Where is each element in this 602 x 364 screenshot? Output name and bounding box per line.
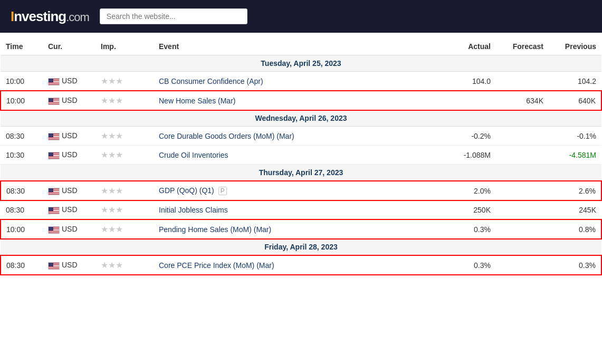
table-row[interactable]: 08:30USD★★★Initial Jobless Claims250K245…: [1, 200, 601, 220]
cell-currency: USD: [43, 200, 95, 220]
cell-currency: USD: [43, 72, 95, 91]
table-header: Time Cur. Imp. Event Actual Forecast Pre…: [1, 38, 601, 55]
cell-importance: ★★★: [95, 200, 154, 220]
cell-time: 10:00: [1, 219, 43, 239]
star-icon: ★: [101, 186, 108, 195]
cell-time: 10:00: [1, 72, 43, 91]
cell-currency: USD: [43, 181, 95, 200]
cell-forecast: [496, 181, 549, 200]
star-icon: ★: [101, 76, 108, 85]
table-row[interactable]: 10:00USD★★★CB Consumer Confidence (Apr)1…: [1, 72, 601, 91]
logo: Investing.com: [11, 8, 89, 25]
star-icon: ★: [108, 186, 116, 195]
cell-event: Crude Oil Inventories: [154, 146, 443, 165]
us-flag-icon: [48, 98, 60, 105]
us-flag-icon: [48, 133, 60, 140]
cell-currency: USD: [43, 146, 95, 165]
col-previous: Previous: [549, 38, 601, 55]
cell-forecast: 634K: [496, 91, 549, 110]
star-icon: ★: [108, 131, 116, 140]
currency-label: USD: [62, 225, 78, 233]
star-icon: ★: [116, 205, 123, 214]
star-icon: ★: [101, 205, 108, 214]
col-forecast: Forecast: [496, 38, 549, 55]
cell-time: 08:30: [1, 200, 43, 220]
currency-label: USD: [62, 76, 78, 85]
cell-time: 08:30: [1, 255, 43, 275]
table-row[interactable]: 10:30USD★★★Crude Oil Inventories-1.088M-…: [1, 146, 601, 165]
cell-actual: [443, 91, 496, 110]
currency-label: USD: [62, 261, 78, 269]
economic-calendar-table: Time Cur. Imp. Event Actual Forecast Pre…: [0, 33, 602, 280]
cell-event: CB Consumer Confidence (Apr): [154, 72, 443, 91]
cell-actual: 104.0: [443, 72, 496, 91]
cell-event: Core PCE Price Index (MoM) (Mar): [154, 255, 443, 275]
us-flag-icon: [48, 78, 60, 85]
cell-time: 08:30: [1, 127, 43, 146]
cell-importance: ★★★: [95, 72, 154, 91]
cell-forecast: [496, 219, 549, 239]
cell-forecast: [496, 200, 549, 220]
table-row[interactable]: 08:30USD★★★GDP (QoQ) (Q1) P2.0%2.6%: [1, 181, 601, 200]
cell-actual: 0.3%: [443, 255, 496, 275]
cell-event: GDP (QoQ) (Q1) P: [154, 181, 443, 200]
cell-importance: ★★★: [95, 219, 154, 239]
cell-actual: 250K: [443, 200, 496, 220]
cell-forecast: [496, 127, 549, 146]
star-icon: ★: [116, 261, 123, 270]
col-currency: Cur.: [43, 38, 95, 55]
currency-label: USD: [62, 150, 78, 159]
cell-event: Initial Jobless Claims: [154, 200, 443, 220]
cell-time: 10:30: [1, 146, 43, 165]
currency-label: USD: [62, 205, 78, 214]
star-icon: ★: [116, 131, 123, 140]
star-icon: ★: [116, 96, 123, 105]
day-header-row: Wednesday, April 26, 2023: [1, 110, 601, 127]
us-flag-icon: [48, 152, 60, 159]
currency-label: USD: [62, 96, 78, 104]
cell-currency: USD: [43, 91, 95, 110]
cell-currency: USD: [43, 255, 95, 275]
cell-importance: ★★★: [95, 181, 154, 200]
col-time: Time: [1, 38, 43, 55]
cell-currency: USD: [43, 219, 95, 239]
star-icon: ★: [101, 261, 108, 270]
table-row[interactable]: 08:30USD★★★Core Durable Goods Orders (Mo…: [1, 127, 601, 146]
cell-currency: USD: [43, 127, 95, 146]
star-icon: ★: [116, 225, 123, 234]
cell-forecast: [496, 72, 549, 91]
star-icon: ★: [108, 96, 116, 105]
header: Investing.com: [0, 0, 602, 33]
table-row[interactable]: 10:00USD★★★Pending Home Sales (MoM) (Mar…: [1, 219, 601, 239]
star-icon: ★: [108, 261, 116, 270]
star-icon: ★: [108, 205, 116, 214]
cell-previous: -0.1%: [549, 127, 601, 146]
us-flag-icon: [48, 226, 60, 234]
cell-event: New Home Sales (Mar): [154, 91, 443, 110]
currency-label: USD: [62, 131, 78, 140]
cell-importance: ★★★: [95, 255, 154, 275]
star-icon: ★: [116, 76, 123, 85]
cell-previous: 0.8%: [549, 219, 601, 239]
cell-time: 10:00: [1, 91, 43, 110]
cell-actual: 0.3%: [443, 219, 496, 239]
currency-label: USD: [62, 186, 78, 195]
star-icon: ★: [108, 225, 116, 234]
us-flag-icon: [48, 262, 60, 270]
cell-previous: 2.6%: [549, 181, 601, 200]
day-header-row: Tuesday, April 25, 2023: [1, 55, 601, 72]
cell-previous: 104.2: [549, 72, 601, 91]
day-header-row: Friday, April 28, 2023: [1, 239, 601, 256]
cell-previous: 0.3%: [549, 255, 601, 275]
previous-value: -4.581M: [569, 151, 596, 159]
us-flag-icon: [48, 207, 60, 214]
cell-actual: -1.088M: [443, 146, 496, 165]
cell-previous: 245K: [549, 200, 601, 220]
cell-time: 08:30: [1, 181, 43, 200]
col-event: Event: [154, 38, 443, 55]
table-row[interactable]: 08:30USD★★★Core PCE Price Index (MoM) (M…: [1, 255, 601, 275]
search-input[interactable]: [100, 8, 247, 24]
star-icon: ★: [101, 96, 108, 105]
table-row[interactable]: 10:00USD★★★New Home Sales (Mar)634K640K: [1, 91, 601, 110]
cell-event: Pending Home Sales (MoM) (Mar): [154, 219, 443, 239]
